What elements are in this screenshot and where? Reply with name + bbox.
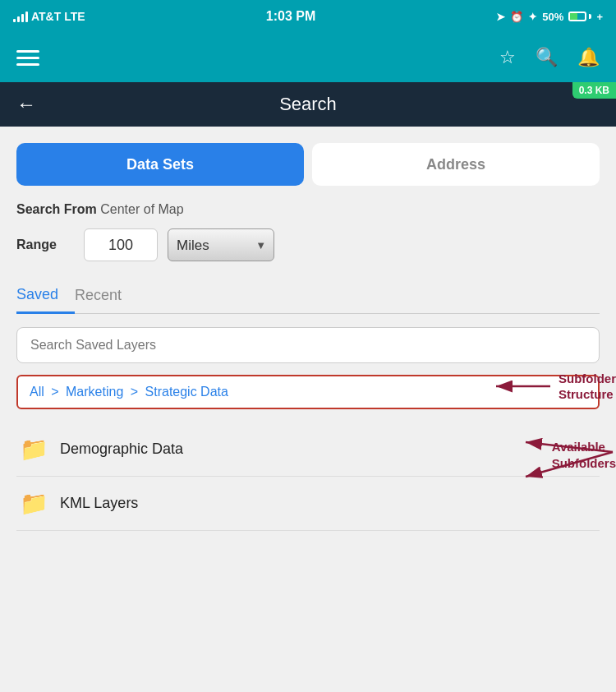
- search-saved-layers-input[interactable]: [16, 327, 600, 363]
- breadcrumb-strategic[interactable]: Strategic Data: [145, 385, 228, 399]
- available-label: AvailableSubfolders: [552, 439, 616, 471]
- page-title: Search: [279, 94, 337, 115]
- range-row: Range Miles Kilometers: [16, 228, 600, 261]
- breadcrumb-section: All > Marketing > Strategic Data Subfold…: [16, 375, 600, 409]
- subfolder-annotation: SubfolderStructure: [488, 368, 616, 404]
- miles-wrapper: Miles Kilometers: [168, 228, 274, 261]
- datasets-tab[interactable]: Data Sets: [16, 143, 304, 186]
- search-from-row: Search From Center of Map: [16, 202, 600, 217]
- tab-buttons: Data Sets Address: [16, 143, 600, 186]
- signal-icon: [13, 11, 28, 22]
- location-icon: ➤: [496, 11, 505, 23]
- battery-icon: [568, 12, 591, 21]
- alarm-icon: ⏰: [510, 11, 523, 23]
- folder-icon-demographic: 📁: [20, 436, 48, 463]
- folder-item-demographic[interactable]: 📁 Demographic Data: [16, 422, 600, 477]
- unit-select[interactable]: Miles Kilometers: [168, 228, 274, 261]
- folder-item-kml[interactable]: 📁 KML Layers: [16, 477, 600, 531]
- data-size-badge: 0.3 KB: [572, 82, 616, 99]
- status-right: ➤ ⏰ ✦ 50% +: [496, 11, 603, 23]
- search-from-value: Center of Map: [100, 202, 183, 216]
- folder-name-kml: KML Layers: [60, 495, 138, 512]
- back-button[interactable]: ←: [16, 93, 36, 116]
- header-icons: ☆ 🔍 🔔: [499, 47, 600, 68]
- breadcrumb-marketing[interactable]: Marketing: [66, 385, 123, 399]
- search-from-label: Search From: [16, 202, 97, 216]
- status-bar: AT&T LTE 1:03 PM ➤ ⏰ ✦ 50% +: [0, 0, 616, 33]
- folder-icon-kml: 📁: [20, 490, 48, 517]
- hamburger-button[interactable]: [16, 50, 39, 66]
- breadcrumb-sep1: >: [51, 385, 58, 399]
- network-label: LTE: [64, 10, 85, 23]
- subfolder-label: SubfolderStructure: [559, 371, 616, 403]
- recent-tab[interactable]: Recent: [75, 279, 138, 313]
- folders-section: 📁 Demographic Data AvailableSubfo: [16, 422, 600, 531]
- main-content: Data Sets Address Search From Center of …: [0, 127, 616, 531]
- carrier-label: AT&T: [31, 10, 61, 23]
- saved-tab[interactable]: Saved: [16, 279, 75, 314]
- folder-name-demographic: Demographic Data: [60, 441, 183, 458]
- time-label: 1:03 PM: [266, 9, 315, 24]
- charging-icon: +: [596, 11, 603, 23]
- saved-recent-tabs: Saved Recent: [16, 279, 600, 314]
- bluetooth-icon: ✦: [528, 11, 537, 23]
- address-tab[interactable]: Address: [312, 143, 600, 186]
- status-left: AT&T LTE: [13, 10, 85, 23]
- available-annotation: AvailableSubfolders: [517, 427, 616, 493]
- range-input[interactable]: [84, 228, 158, 261]
- bell-icon[interactable]: 🔔: [577, 47, 600, 68]
- range-label: Range: [16, 238, 74, 252]
- breadcrumb-sep2: >: [131, 385, 138, 399]
- subfolder-arrow-icon: [488, 368, 554, 404]
- breadcrumb-all[interactable]: All: [30, 385, 44, 399]
- battery-percent: 50%: [542, 11, 563, 23]
- search-icon[interactable]: 🔍: [536, 47, 558, 68]
- app-toolbar: ☆ 🔍 🔔: [0, 33, 616, 82]
- search-input-wrapper: [16, 327, 600, 363]
- star-icon[interactable]: ☆: [499, 47, 516, 68]
- sub-header: ← Search 0.3 KB: [0, 82, 616, 127]
